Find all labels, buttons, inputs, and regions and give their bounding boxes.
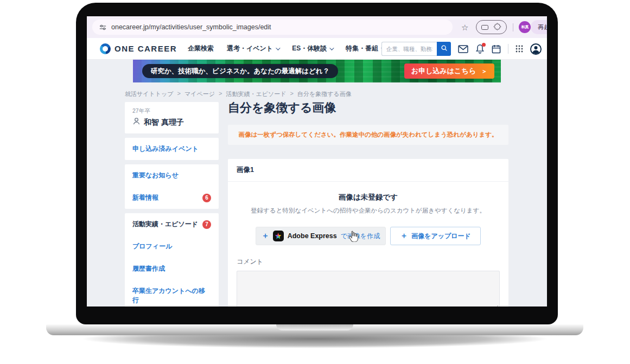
sidebar-group-events: 申し込み済みイベント: [125, 138, 219, 160]
header-divider: [508, 44, 508, 54]
sidebar-item-important-notices[interactable]: 重要なお知らせ: [125, 164, 219, 187]
laptop-shadow: [33, 332, 597, 355]
sidebar-item-profile[interactable]: プロフィール: [125, 235, 219, 258]
search-input[interactable]: [381, 42, 437, 56]
main-content: 自分を象徴する画像 画像は一枚ずつ保存してください。作業途中の他の画像が失われて…: [228, 100, 508, 306]
reading-mode-icon[interactable]: [481, 25, 488, 30]
plus-icon: ＋: [262, 231, 269, 241]
toolbar-extensions-group: [476, 20, 507, 34]
browser-window: onecareer.jp/my/activities/user_symbolic…: [87, 16, 547, 306]
breadcrumb-link-activities[interactable]: 活動実績・エピソード: [226, 90, 286, 98]
laptop-lid-notch: [276, 324, 353, 330]
mail-icon[interactable]: [458, 45, 468, 53]
nav-company-search[interactable]: 企業検索: [188, 44, 214, 53]
chevron-right-icon: ＞: [481, 67, 487, 75]
breadcrumb-link-mypage[interactable]: マイページ: [184, 90, 215, 98]
promo-banner[interactable]: 研究か、技術職か、ビジネスか。あなたの最適解はどれ？ お申し込みはこちら ＞: [133, 60, 501, 82]
graduation-year-label: 27年卒: [132, 107, 211, 115]
site-settings-icon[interactable]: [99, 24, 106, 31]
header-actions: [381, 38, 542, 60]
browser-profile-avatar[interactable]: 和真: [519, 21, 531, 33]
sidebar-item-graduate-account[interactable]: 卒業生アカウントへの移行: [125, 280, 219, 306]
sidebar-item-news[interactable]: 新着情報6: [125, 187, 219, 209]
adobe-express-icon: [273, 231, 284, 241]
comment-textarea[interactable]: [237, 271, 500, 306]
banner-apply-button[interactable]: お申し込みはこちら ＞: [404, 63, 494, 79]
site-header: ONE CAREER 企業検索 選考・イベント ES・体験談 特集・番組 就活支…: [87, 38, 547, 60]
user-name: 和智 真理子: [144, 118, 184, 127]
adobe-express-create-button[interactable]: ＋ Adobe Express で画像を作成: [256, 227, 386, 245]
textarea-resize-handle[interactable]: [493, 305, 498, 306]
one-career-logo[interactable]: ONE CAREER: [100, 43, 177, 54]
notification-badge-dot: [482, 43, 486, 47]
address-bar[interactable]: onecareer.jp/my/activities/user_symbolic…: [92, 20, 453, 35]
person-icon: [132, 117, 141, 127]
sidebar-item-activities[interactable]: 活動実績・エピソード7: [125, 213, 219, 235]
page-background: onecareer.jp/my/activities/user_symbolic…: [0, 0, 630, 364]
news-count-badge: 6: [202, 194, 211, 202]
browser-toolbar: onecareer.jp/my/activities/user_symbolic…: [87, 16, 547, 38]
account-avatar-icon[interactable]: [530, 43, 542, 55]
sidebar-item-resume[interactable]: 履歴書作成: [125, 258, 219, 280]
laptop-base: [46, 324, 583, 335]
breadcrumb-separator: >: [219, 90, 222, 98]
breadcrumb-link-top[interactable]: 就活サイトトップ: [125, 90, 174, 98]
breadcrumb-separator: >: [290, 90, 293, 98]
sidebar-group-notices: 重要なお知らせ 新着情報6: [125, 164, 219, 209]
image-empty-description: 登録すると特別なイベントへの招待や企業からのスカウトが届きやすくなります。: [237, 207, 500, 215]
search-button[interactable]: [437, 42, 451, 56]
toolbar-divider: [513, 23, 513, 31]
nav-features[interactable]: 特集・番組: [346, 44, 384, 53]
image-card-body: 画像は未登録です 登録すると特別なイベントへの招待や企業からのスカウトが届きやす…: [228, 182, 508, 306]
calendar-icon[interactable]: [492, 44, 501, 54]
brand-name: ONE CAREER: [114, 44, 177, 53]
apps-grid-icon[interactable]: [516, 45, 523, 53]
activities-count-badge: 7: [202, 220, 211, 229]
bookmark-star-icon[interactable]: ☆: [461, 23, 468, 31]
search-icon: [441, 44, 448, 53]
page-body: 就活サイトトップ > マイページ > 活動実績・エピソード > 自分を象徴する画…: [87, 82, 547, 306]
sidebar-group-activities: 活動実績・エピソード7 プロフィール 履歴書作成 卒業生アカウントへの移行: [125, 213, 219, 306]
image-upload-button[interactable]: ＋ 画像をアップロード: [390, 227, 481, 245]
sidebar: 27年卒 和智 真理子 申し込み済みイベント 重要なお知らせ 新着情報6: [125, 102, 219, 306]
image-action-buttons: ＋ Adobe Express で画像を作成 ＋ 画像をアップロード: [237, 227, 500, 245]
sidebar-item-applied-events[interactable]: 申し込み済みイベント: [125, 138, 219, 160]
breadcrumb-current: 自分を象徴する画像: [297, 90, 352, 98]
browser-restart-button[interactable]: 再起動: [531, 20, 547, 34]
image-card: 画像1 画像は未登録です 登録すると特別なイベントへの招待や企業からのスカウトが…: [228, 159, 508, 306]
banner-catch-copy: 研究か、技術職か、ビジネスか。あなたの最適解はどれ？: [142, 64, 338, 78]
extensions-puzzle-icon[interactable]: [493, 22, 501, 33]
header-search: [381, 42, 451, 56]
url-text: onecareer.jp/my/activities/user_symbolic…: [111, 23, 271, 31]
nav-es-reviews[interactable]: ES・体験談: [292, 44, 333, 53]
breadcrumb-separator: >: [177, 90, 181, 98]
page-title: 自分を象徴する画像: [228, 100, 508, 116]
one-career-logo-icon: [100, 43, 111, 54]
chevron-down-icon: [329, 46, 334, 50]
breadcrumb: 就活サイトトップ > マイページ > 活動実績・エピソード > 自分を象徴する画…: [125, 90, 352, 98]
laptop-bezel: onecareer.jp/my/activities/user_symbolic…: [76, 3, 558, 324]
image-empty-title: 画像は未登録です: [237, 193, 500, 202]
save-warning-notice: 画像は一枚ずつ保存してください。作業途中の他の画像が失われてしまう恐れがあります…: [228, 125, 508, 145]
sidebar-user-card: 27年卒 和智 真理子: [125, 102, 219, 133]
comment-label: コメント: [237, 257, 500, 266]
notifications-bell-icon[interactable]: [475, 44, 485, 54]
image-card-header: 画像1: [228, 159, 508, 182]
plus-icon: ＋: [400, 231, 408, 241]
chevron-down-icon: [276, 46, 280, 50]
nav-selection-events[interactable]: 選考・イベント: [227, 44, 279, 53]
